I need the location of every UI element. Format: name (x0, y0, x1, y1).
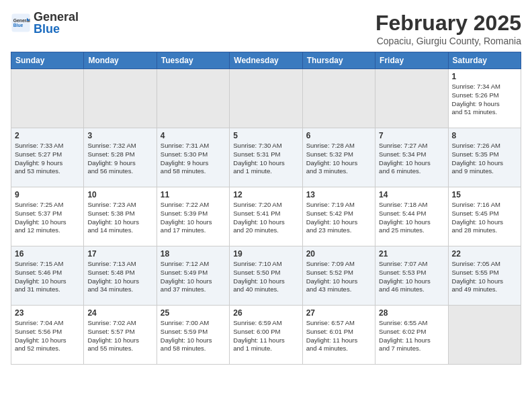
calendar-cell: 5Sunrise: 7:30 AM Sunset: 5:31 PM Daylig… (230, 128, 302, 187)
day-number: 14 (379, 190, 444, 199)
day-number: 12 (233, 190, 298, 199)
calendar-cell: 18Sunrise: 7:12 AM Sunset: 5:49 PM Dayli… (157, 246, 229, 306)
weekday-row: SundayMondayTuesdayWednesdayThursdayFrid… (11, 52, 521, 69)
day-info: Sunrise: 7:09 AM Sunset: 5:52 PM Dayligh… (306, 260, 371, 294)
calendar-cell: 1Sunrise: 7:34 AM Sunset: 5:26 PM Daylig… (448, 69, 521, 128)
day-info: Sunrise: 7:15 AM Sunset: 5:46 PM Dayligh… (15, 260, 80, 294)
day-number: 10 (87, 190, 152, 199)
weekday-header-thursday: Thursday (302, 52, 375, 69)
calendar-cell: 22Sunrise: 7:05 AM Sunset: 5:55 PM Dayli… (448, 246, 521, 306)
calendar-cell (375, 69, 448, 128)
day-number: 23 (15, 308, 80, 318)
calendar-cell: 21Sunrise: 7:07 AM Sunset: 5:53 PM Dayli… (375, 246, 448, 306)
calendar-week-1: 1Sunrise: 7:34 AM Sunset: 5:26 PM Daylig… (11, 69, 521, 128)
day-number: 22 (452, 249, 517, 259)
calendar-cell: 6Sunrise: 7:28 AM Sunset: 5:32 PM Daylig… (302, 128, 375, 187)
day-info: Sunrise: 7:32 AM Sunset: 5:28 PM Dayligh… (87, 142, 152, 176)
day-info: Sunrise: 7:33 AM Sunset: 5:27 PM Dayligh… (15, 142, 80, 176)
day-info: Sunrise: 7:31 AM Sunset: 5:30 PM Dayligh… (161, 142, 226, 176)
day-info: Sunrise: 7:05 AM Sunset: 5:55 PM Dayligh… (452, 260, 517, 294)
day-number: 21 (379, 249, 444, 259)
calendar-header: SundayMondayTuesdayWednesdayThursdayFrid… (11, 52, 521, 69)
calendar-cell: 15Sunrise: 7:16 AM Sunset: 5:45 PM Dayli… (448, 187, 521, 246)
day-info: Sunrise: 7:02 AM Sunset: 5:57 PM Dayligh… (87, 319, 152, 353)
location-subtitle: Copaciu, Giurgiu County, Romania (375, 36, 521, 46)
calendar-cell: 7Sunrise: 7:27 AM Sunset: 5:34 PM Daylig… (375, 128, 448, 187)
day-number: 16 (15, 249, 80, 259)
day-number: 5 (233, 131, 298, 140)
day-info: Sunrise: 7:00 AM Sunset: 5:59 PM Dayligh… (161, 319, 226, 353)
day-number: 2 (15, 131, 80, 140)
calendar-cell: 10Sunrise: 7:23 AM Sunset: 5:38 PM Dayli… (84, 187, 157, 246)
day-info: Sunrise: 7:13 AM Sunset: 5:48 PM Dayligh… (87, 260, 152, 294)
weekday-header-monday: Monday (84, 52, 157, 69)
day-number: 18 (161, 249, 226, 259)
calendar-cell (302, 69, 375, 128)
day-number: 27 (306, 308, 371, 318)
day-number: 8 (452, 131, 517, 140)
day-info: Sunrise: 7:26 AM Sunset: 5:35 PM Dayligh… (452, 142, 517, 176)
calendar-cell (230, 69, 302, 128)
title-block: February 2025 Copaciu, Giurgiu County, R… (375, 11, 521, 46)
day-number: 26 (233, 308, 298, 318)
day-info: Sunrise: 6:57 AM Sunset: 6:01 PM Dayligh… (306, 319, 371, 353)
calendar-cell: 26Sunrise: 6:59 AM Sunset: 6:00 PM Dayli… (230, 306, 302, 365)
calendar-cell: 20Sunrise: 7:09 AM Sunset: 5:52 PM Dayli… (302, 246, 375, 306)
day-info: Sunrise: 7:19 AM Sunset: 5:42 PM Dayligh… (306, 201, 371, 235)
logo: General Blue General Blue (11, 11, 79, 35)
day-info: Sunrise: 6:59 AM Sunset: 6:00 PM Dayligh… (233, 319, 298, 353)
day-number: 11 (161, 190, 226, 199)
day-info: Sunrise: 7:07 AM Sunset: 5:53 PM Dayligh… (379, 260, 444, 294)
day-info: Sunrise: 7:34 AM Sunset: 5:26 PM Dayligh… (452, 83, 517, 117)
logo-blue-text: Blue (34, 23, 79, 35)
day-info: Sunrise: 7:04 AM Sunset: 5:56 PM Dayligh… (15, 319, 80, 353)
svg-text:Blue: Blue (13, 23, 24, 28)
day-number: 15 (452, 190, 517, 199)
day-number: 1 (452, 72, 517, 81)
weekday-header-sunday: Sunday (11, 52, 84, 69)
calendar-cell (84, 69, 157, 128)
day-info: Sunrise: 7:27 AM Sunset: 5:34 PM Dayligh… (379, 142, 444, 176)
calendar-cell: 9Sunrise: 7:25 AM Sunset: 5:37 PM Daylig… (11, 187, 84, 246)
calendar-cell: 25Sunrise: 7:00 AM Sunset: 5:59 PM Dayli… (157, 306, 229, 365)
day-info: Sunrise: 7:23 AM Sunset: 5:38 PM Dayligh… (87, 201, 152, 235)
day-number: 19 (233, 249, 298, 259)
weekday-header-wednesday: Wednesday (230, 52, 302, 69)
day-info: Sunrise: 7:10 AM Sunset: 5:50 PM Dayligh… (233, 260, 298, 294)
day-number: 24 (87, 308, 152, 318)
day-number: 25 (161, 308, 226, 318)
weekday-header-saturday: Saturday (448, 52, 521, 69)
calendar-cell: 14Sunrise: 7:18 AM Sunset: 5:44 PM Dayli… (375, 187, 448, 246)
calendar-cell: 4Sunrise: 7:31 AM Sunset: 5:30 PM Daylig… (157, 128, 229, 187)
calendar-cell: 17Sunrise: 7:13 AM Sunset: 5:48 PM Dayli… (84, 246, 157, 306)
logo-icon: General Blue (11, 13, 31, 33)
weekday-header-friday: Friday (375, 52, 448, 69)
calendar-cell: 2Sunrise: 7:33 AM Sunset: 5:27 PM Daylig… (11, 128, 84, 187)
calendar-cell: 8Sunrise: 7:26 AM Sunset: 5:35 PM Daylig… (448, 128, 521, 187)
day-info: Sunrise: 7:30 AM Sunset: 5:31 PM Dayligh… (233, 142, 298, 176)
day-number: 4 (161, 131, 226, 140)
calendar-cell (157, 69, 229, 128)
calendar-body: 1Sunrise: 7:34 AM Sunset: 5:26 PM Daylig… (11, 69, 521, 365)
calendar-week-5: 23Sunrise: 7:04 AM Sunset: 5:56 PM Dayli… (11, 306, 521, 365)
calendar-week-4: 16Sunrise: 7:15 AM Sunset: 5:46 PM Dayli… (11, 246, 521, 306)
day-number: 13 (306, 190, 371, 199)
day-info: Sunrise: 7:12 AM Sunset: 5:49 PM Dayligh… (161, 260, 226, 294)
calendar-cell: 12Sunrise: 7:20 AM Sunset: 5:41 PM Dayli… (230, 187, 302, 246)
calendar-cell (448, 306, 521, 365)
calendar-cell (11, 69, 84, 128)
calendar-cell: 28Sunrise: 6:55 AM Sunset: 6:02 PM Dayli… (375, 306, 448, 365)
calendar-cell: 16Sunrise: 7:15 AM Sunset: 5:46 PM Dayli… (11, 246, 84, 306)
calendar-cell: 13Sunrise: 7:19 AM Sunset: 5:42 PM Dayli… (302, 187, 375, 246)
day-info: Sunrise: 6:55 AM Sunset: 6:02 PM Dayligh… (379, 319, 444, 353)
calendar-cell: 23Sunrise: 7:04 AM Sunset: 5:56 PM Dayli… (11, 306, 84, 365)
calendar-cell: 24Sunrise: 7:02 AM Sunset: 5:57 PM Dayli… (84, 306, 157, 365)
calendar-week-3: 9Sunrise: 7:25 AM Sunset: 5:37 PM Daylig… (11, 187, 521, 246)
day-info: Sunrise: 7:25 AM Sunset: 5:37 PM Dayligh… (15, 201, 80, 235)
day-info: Sunrise: 7:22 AM Sunset: 5:39 PM Dayligh… (161, 201, 226, 235)
day-number: 28 (379, 308, 444, 318)
page-header: General Blue General Blue February 2025 … (11, 11, 521, 46)
calendar-table: SundayMondayTuesdayWednesdayThursdayFrid… (11, 52, 521, 365)
calendar-cell: 19Sunrise: 7:10 AM Sunset: 5:50 PM Dayli… (230, 246, 302, 306)
day-info: Sunrise: 7:18 AM Sunset: 5:44 PM Dayligh… (379, 201, 444, 235)
